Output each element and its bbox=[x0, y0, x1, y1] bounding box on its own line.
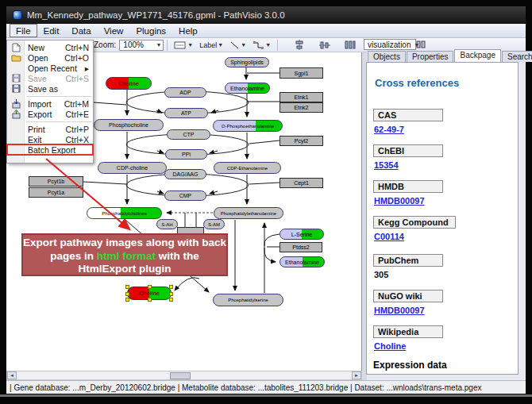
menubar-item-view[interactable]: View bbox=[98, 24, 130, 37]
pathway-node-phosphocholine[interactable]: Phosphocholine bbox=[94, 119, 164, 131]
pathway-node-adp[interactable]: ADP bbox=[164, 87, 206, 98]
pathway-node-sphingolipids[interactable]: Sphingolipids bbox=[225, 57, 269, 67]
pathway-node-ctp[interactable]: CTP bbox=[167, 129, 210, 140]
label-tool-button[interactable]: Label ▼ bbox=[196, 39, 226, 52]
status-bar: | Gene database: ...m_Derby_20120602.bri… bbox=[6, 380, 526, 394]
pathway-node-etnk1[interactable]: Etnk1 bbox=[279, 92, 323, 102]
window-title: Mm_Kennedy_pathway_WP1771_45176.gpml - P… bbox=[27, 10, 285, 20]
menubar-item-data[interactable]: Data bbox=[65, 24, 97, 37]
xref-link[interactable]: C00114 bbox=[374, 232, 404, 241]
scrollbar-thumb[interactable] bbox=[170, 372, 191, 379]
node-label: Etnk1 bbox=[295, 94, 309, 100]
file-menu-item-open-recent[interactable]: Open Recent▸ bbox=[7, 63, 93, 73]
menu-item-shortcut: Ctrl+M bbox=[64, 99, 93, 109]
pathway-node-choline-top[interactable]: Choline bbox=[106, 77, 152, 90]
visualization-combobox[interactable]: visualization▼ bbox=[364, 39, 416, 50]
node-label: S-AM bbox=[208, 222, 220, 227]
xref-link[interactable]: 15354 bbox=[374, 160, 399, 170]
pathway-node-sgpl1[interactable]: Sgpl1 bbox=[279, 67, 323, 79]
distribute-horizontal-button[interactable] bbox=[341, 39, 359, 52]
status-text: | Gene database: ...m_Derby_20120602.bri… bbox=[10, 383, 481, 392]
menubar-item-edit[interactable]: Edit bbox=[37, 24, 66, 37]
file-menu-item-new[interactable]: NewCtrl+N bbox=[7, 42, 93, 52]
pathway-node-cdp-ethanolamine[interactable]: CDP-Ethanolamine bbox=[214, 162, 281, 174]
xref-link[interactable]: 62-49-7 bbox=[374, 125, 404, 134]
pathway-node-ethanolamine-bottom[interactable]: Ethanolamine bbox=[279, 256, 325, 267]
menubar-item-file[interactable]: File bbox=[10, 24, 37, 37]
file-menu-item-import[interactable]: ImportCtrl+M bbox=[7, 98, 93, 109]
file-menu-item-exit[interactable]: ExitCtrl+X bbox=[7, 134, 93, 144]
pathway-node-cmp[interactable]: CMP bbox=[164, 190, 206, 201]
tab-search[interactable]: Search bbox=[502, 51, 532, 62]
datanode-tool-button[interactable]: ▼ bbox=[171, 39, 196, 52]
pathway-node-choline-selected[interactable]: Choline bbox=[127, 287, 172, 300]
menu-item-label: Batch Export bbox=[25, 145, 89, 155]
selection-handle[interactable] bbox=[125, 292, 129, 296]
selection-handle[interactable] bbox=[169, 292, 173, 296]
pathway-node-phosphatidylcholines[interactable]: Phosphatidylcholines bbox=[87, 207, 162, 219]
file-menu-item-save-as[interactable]: Save as bbox=[7, 83, 93, 94]
file-menu-item-open[interactable]: OpenCtrl+O bbox=[7, 52, 93, 63]
pathway-node-l-serine[interactable]: L-Serine bbox=[279, 229, 324, 240]
pathway-node-ppi[interactable]: PPi bbox=[165, 149, 207, 160]
tab-properties[interactable]: Properties bbox=[407, 51, 454, 62]
horizontal-scrollbar[interactable]: ◄ ► bbox=[6, 371, 362, 380]
node-label: Ethanolamine bbox=[285, 260, 319, 265]
xref-link[interactable]: HMDB00097 bbox=[374, 306, 425, 315]
file-menu-item-export[interactable]: ExportCtrl+E bbox=[7, 109, 93, 119]
chevron-down-icon: ▼ bbox=[218, 42, 223, 48]
pathway-node-pcyt1b[interactable]: Pcyt1b bbox=[29, 176, 83, 187]
pathway-node-cdp-choline[interactable]: CDP-choline bbox=[98, 162, 167, 174]
pathway-node-cept1[interactable]: Cept1 bbox=[279, 178, 323, 188]
menubar-item-help[interactable]: Help bbox=[172, 24, 204, 37]
pathway-node-s-ah[interactable]: S-AH bbox=[156, 219, 178, 229]
node-label: Phosphatidylcholines bbox=[102, 211, 146, 216]
file-menu-item-batch-export[interactable]: Batch Export bbox=[7, 144, 93, 155]
xref-link[interactable]: Choline bbox=[374, 341, 406, 351]
menu-item-shortcut: Ctrl+O bbox=[64, 53, 93, 63]
xref-source-chebi: ChEBI bbox=[373, 144, 443, 157]
pathway-node-ethanolamine-top[interactable]: Ethanolamine bbox=[225, 83, 270, 94]
pathway-node-etnk2[interactable]: Etnk2 bbox=[279, 102, 323, 113]
selection-handle[interactable] bbox=[169, 285, 173, 289]
line-tool-button[interactable]: ▼ bbox=[226, 39, 249, 52]
open-folder-icon bbox=[7, 53, 25, 62]
menu-bar: FileEditDataViewPluginsHelp bbox=[6, 24, 526, 38]
menu-item-label: Export bbox=[25, 110, 66, 119]
selection-handle[interactable] bbox=[148, 298, 152, 302]
pathway-node-dag-aag[interactable]: DAG/AAG bbox=[164, 169, 206, 179]
scroll-left-icon[interactable]: ◄ bbox=[7, 371, 17, 379]
side-panel-tabs: ObjectsPropertiesBackpageSearchLegend bbox=[366, 49, 526, 62]
zoom-label: Zoom: bbox=[94, 40, 116, 49]
menubar-item-plugins[interactable]: Plugins bbox=[129, 24, 172, 37]
pathway-node-phosphatidylserine[interactable]: Phosphatidylserine bbox=[213, 294, 283, 306]
align-center-y-icon bbox=[319, 40, 330, 50]
xref-value: 305 bbox=[374, 270, 388, 279]
menu-item-label: Save bbox=[25, 74, 66, 83]
pathway-node-o-phosphoethanolamine[interactable]: O-Phosphoethanolamine bbox=[213, 120, 283, 132]
pathway-node-ptdss2[interactable]: Ptdss2 bbox=[279, 242, 322, 252]
selection-handle[interactable] bbox=[125, 285, 129, 289]
xref-link[interactable]: HMDB00097 bbox=[374, 196, 425, 206]
tab-objects[interactable]: Objects bbox=[368, 51, 406, 62]
pathway-node-s-am[interactable]: S-AM bbox=[203, 219, 225, 229]
scroll-right-icon[interactable]: ► bbox=[352, 371, 361, 379]
selection-handle[interactable] bbox=[148, 285, 152, 289]
pathway-node-phosphatidylethanolamine[interactable]: Phosphatidylethanolamine bbox=[214, 207, 283, 219]
tab-backpage[interactable]: Backpage bbox=[454, 49, 500, 62]
connector-tool-button[interactable]: ▼ bbox=[249, 39, 274, 52]
node-label: Choline bbox=[118, 81, 139, 87]
align-center-x-button[interactable] bbox=[291, 39, 308, 52]
selection-handle[interactable] bbox=[125, 298, 129, 302]
pathway-node-pcyt2[interactable]: Pcyt2 bbox=[279, 136, 323, 146]
pathway-node-atp[interactable]: ATP bbox=[164, 108, 208, 118]
line-icon bbox=[229, 40, 240, 50]
chevron-down-icon: ▼ bbox=[152, 42, 161, 48]
xref-source-kegg-compound: Kegg Compound bbox=[373, 216, 456, 229]
file-menu-item-print[interactable]: PrintCtrl+P bbox=[7, 124, 93, 134]
file-menu-item-save[interactable]: SaveCtrl+S bbox=[7, 73, 93, 83]
align-center-y-button[interactable] bbox=[316, 39, 333, 52]
pathway-node-pcyt1a[interactable]: Pcyt1a bbox=[29, 187, 83, 198]
selection-handle[interactable] bbox=[169, 298, 173, 302]
zoom-combobox[interactable]: 100%▼ bbox=[119, 40, 164, 51]
